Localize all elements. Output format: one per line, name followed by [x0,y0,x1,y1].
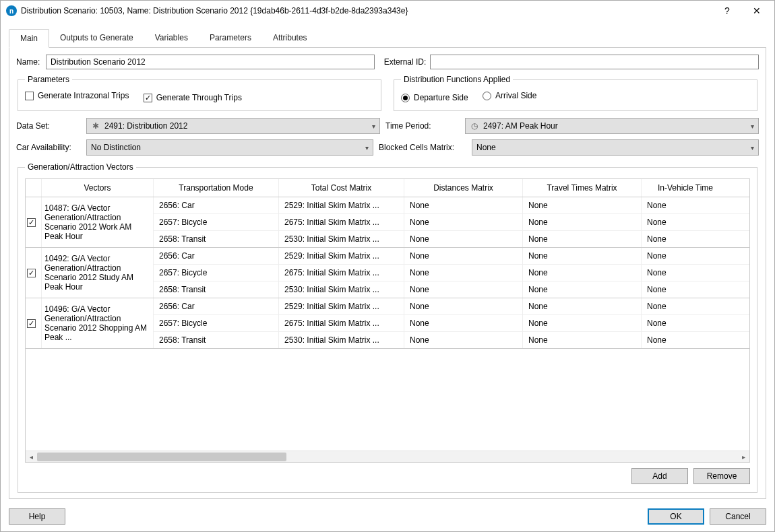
cell-ivt[interactable]: None [642,315,729,331]
cell-tt[interactable]: None [523,281,642,298]
gen-through-label: Generate Through Trips [156,93,242,102]
name-input[interactable] [46,55,375,69]
tab-main[interactable]: Main [9,29,49,48]
row-checkbox[interactable]: ✓ [26,298,42,348]
cell-cost[interactable]: 2675: Initial Skim Matrix ... [279,265,404,281]
vector-name-cell[interactable]: 10487: G/A Vector Generation/Attraction … [42,197,154,247]
cell-tt[interactable]: None [523,332,642,348]
arrival-radio[interactable]: Arrival Side [483,91,536,100]
cell-ivt[interactable]: None [642,197,729,213]
cell-cost[interactable]: 2529: Initial Skim Matrix ... [279,298,404,314]
cell-mode[interactable]: 2657: Bicycle [154,265,279,281]
table-row[interactable]: 2656: Car2529: Initial Skim Matrix ...No… [154,248,749,265]
cell-tt[interactable]: None [523,197,642,213]
cell-tt[interactable]: None [523,248,642,264]
tab-attributes[interactable]: Attributes [262,29,318,47]
cell-ivt[interactable]: None [642,214,729,230]
add-button[interactable]: Add [631,468,688,484]
table-row[interactable]: 2658: Transit2530: Initial Skim Matrix .… [154,332,749,348]
cell-dist[interactable]: None [404,281,523,298]
vector-name-cell[interactable]: 10492: G/A Vector Generation/Attraction … [42,248,154,298]
external-id-label: External ID: [384,57,427,67]
table-row[interactable]: 2657: Bicycle2675: Initial Skim Matrix .… [154,265,749,281]
tab-parameters[interactable]: Parameters [199,29,262,47]
cell-ivt[interactable]: None [642,231,729,247]
cell-tt[interactable]: None [523,315,642,331]
cell-cost[interactable]: 2530: Initial Skim Matrix ... [279,231,404,247]
ok-button[interactable]: OK [648,508,704,525]
external-id-input[interactable] [430,55,759,69]
cell-ivt[interactable]: None [642,248,729,264]
cell-tt[interactable]: None [523,214,642,230]
row-checkbox[interactable]: ✓ [26,197,42,247]
cell-ivt[interactable]: None [642,332,729,348]
horizontal-scrollbar[interactable]: ◂ ▸ [26,451,749,462]
radio-icon [401,94,410,102]
gen-through-checkbox[interactable]: ✓ Generate Through Trips [144,93,242,102]
cell-dist[interactable]: None [404,332,523,348]
cell-dist[interactable]: None [404,197,523,213]
cell-mode[interactable]: 2656: Car [154,298,279,314]
close-button[interactable]: ✕ [742,1,772,20]
table-row[interactable]: 2658: Transit2530: Initial Skim Matrix .… [154,281,749,298]
cell-cost[interactable]: 2529: Initial Skim Matrix ... [279,197,404,213]
col-ivt[interactable]: In-Vehicle Time [642,179,729,197]
cell-dist[interactable]: None [404,248,523,264]
cancel-button[interactable]: Cancel [710,508,766,525]
cell-mode[interactable]: 2656: Car [154,197,279,213]
cell-dist[interactable]: None [404,315,523,331]
table-row[interactable]: 2656: Car2529: Initial Skim Matrix ...No… [154,298,749,315]
gen-intrazonal-checkbox[interactable]: Generate Intrazonal Trips [25,91,129,100]
table-group: ✓10496: G/A Vector Generation/Attraction… [26,298,749,349]
cell-dist[interactable]: None [404,231,523,247]
cell-mode[interactable]: 2658: Transit [154,332,279,348]
help-titlebar-button[interactable]: ? [712,1,742,20]
cell-ivt[interactable]: None [642,281,729,298]
table-row[interactable]: 2657: Bicycle2675: Initial Skim Matrix .… [154,315,749,332]
tab-outputs[interactable]: Outputs to Generate [49,29,144,47]
tab-variables[interactable]: Variables [144,29,199,47]
cell-tt[interactable]: None [523,231,642,247]
cell-cost[interactable]: 2675: Initial Skim Matrix ... [279,214,404,230]
time-period-combo[interactable]: ◷ 2497: AM Peak Hour ▾ [465,118,759,134]
cell-cost[interactable]: 2529: Initial Skim Matrix ... [279,248,404,264]
table-group: ✓10492: G/A Vector Generation/Attraction… [26,248,749,298]
col-mode[interactable]: Transportation Mode [154,179,279,197]
cell-tt[interactable]: None [523,265,642,281]
departure-radio[interactable]: Departure Side [401,93,468,102]
cell-tt[interactable]: None [523,298,642,314]
cell-mode[interactable]: 2656: Car [154,248,279,264]
col-tt[interactable]: Travel Times Matrix [523,179,642,197]
col-dist[interactable]: Distances Matrix [404,179,523,197]
car-availability-combo[interactable]: No Distinction ▾ [86,139,373,156]
scrollbar-thumb[interactable] [37,453,286,461]
cell-cost[interactable]: 2530: Initial Skim Matrix ... [279,332,404,348]
cell-mode[interactable]: 2658: Transit [154,231,279,247]
help-button[interactable]: Help [9,508,65,525]
scroll-right-icon[interactable]: ▸ [738,451,749,463]
cell-dist[interactable]: None [404,298,523,314]
col-cost[interactable]: Total Cost Matrix [279,179,404,197]
col-vectors[interactable]: Vectors [42,179,154,197]
cell-mode[interactable]: 2657: Bicycle [154,315,279,331]
data-set-combo[interactable]: ✱ 2491: Distribution 2012 ▾ [86,118,380,134]
table-row[interactable]: 2658: Transit2530: Initial Skim Matrix .… [154,231,749,247]
gen-intrazonal-label: Generate Intrazonal Trips [38,91,129,100]
cell-mode[interactable]: 2657: Bicycle [154,214,279,230]
scroll-left-icon[interactable]: ◂ [26,451,37,463]
cell-cost[interactable]: 2530: Initial Skim Matrix ... [279,281,404,298]
dialog-window: n Distribution Scenario: 10503, Name: Di… [0,0,775,532]
cell-ivt[interactable]: None [642,265,729,281]
cell-dist[interactable]: None [404,265,523,281]
cell-mode[interactable]: 2658: Transit [154,281,279,298]
table-row[interactable]: 2656: Car2529: Initial Skim Matrix ...No… [154,197,749,214]
cell-ivt[interactable]: None [642,298,729,314]
cell-dist[interactable]: None [404,214,523,230]
checkbox-icon: ✓ [27,269,36,277]
vector-name-cell[interactable]: 10496: G/A Vector Generation/Attraction … [42,298,154,348]
cell-cost[interactable]: 2675: Initial Skim Matrix ... [279,315,404,331]
blocked-cells-combo[interactable]: None ▾ [472,139,759,156]
remove-button[interactable]: Remove [693,468,750,484]
row-checkbox[interactable]: ✓ [26,248,42,298]
table-row[interactable]: 2657: Bicycle2675: Initial Skim Matrix .… [154,214,749,231]
